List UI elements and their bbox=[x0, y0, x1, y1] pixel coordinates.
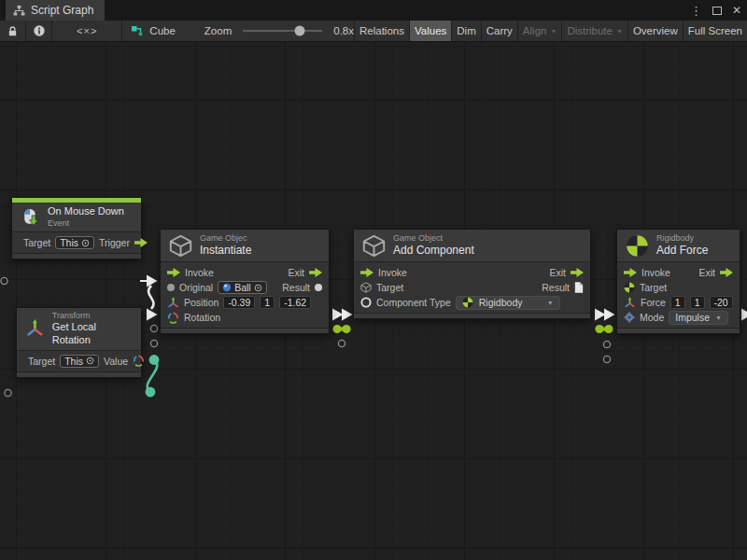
port-inst-original bbox=[150, 325, 157, 331]
target-picker-icon[interactable] bbox=[254, 284, 262, 292]
port-label-target: Target bbox=[23, 237, 50, 248]
port-label-invoke: Invoke bbox=[378, 267, 407, 278]
port-label-mode: Mode bbox=[640, 312, 664, 323]
trigger-out-port[interactable] bbox=[134, 238, 148, 247]
tab-title: Script Graph bbox=[31, 4, 93, 17]
port-addf-force bbox=[603, 341, 610, 347]
position-y-field[interactable]: 1 bbox=[260, 296, 275, 309]
invoke-in-port[interactable] bbox=[167, 268, 180, 277]
relations-button[interactable]: Relations bbox=[354, 21, 409, 41]
overview-button[interactable]: Overview bbox=[627, 21, 683, 41]
close-icon[interactable]: ✕ bbox=[732, 4, 741, 17]
force-x-field[interactable]: 1 bbox=[670, 296, 685, 309]
node-add-force[interactable]: Rigidbody Add Force Invoke Exit Target F… bbox=[616, 229, 740, 334]
lock-button[interactable] bbox=[0, 21, 26, 41]
node-title: Instantiate bbox=[200, 244, 251, 258]
align-button[interactable]: Align▼ bbox=[517, 21, 562, 41]
node-add-component[interactable]: Game Object Add Component Invoke Exit Ta… bbox=[353, 229, 591, 319]
values-button[interactable]: Values bbox=[409, 21, 451, 41]
port-glr-target bbox=[5, 389, 11, 396]
ball-icon bbox=[222, 283, 232, 292]
port-label-original: Original bbox=[179, 282, 213, 293]
node-title: Add Force bbox=[656, 244, 708, 258]
transform-icon bbox=[167, 297, 179, 309]
zoom-slider[interactable] bbox=[243, 30, 322, 32]
gameobject-icon bbox=[360, 282, 372, 293]
maximize-icon[interactable] bbox=[712, 7, 722, 15]
position-z-field[interactable]: -1.62 bbox=[279, 296, 311, 309]
port-addf-mode bbox=[603, 356, 610, 362]
port-label-force: Force bbox=[641, 297, 666, 308]
position-x-field[interactable]: -0.39 bbox=[223, 296, 255, 309]
node-subtitle: Event bbox=[48, 218, 124, 229]
carry-button[interactable]: Carry bbox=[481, 21, 517, 41]
port-label-component-type: Component Type bbox=[376, 297, 451, 308]
target-picker-icon[interactable] bbox=[86, 357, 94, 365]
more-icon[interactable]: ⋮ bbox=[690, 5, 702, 17]
original-field[interactable]: Ball bbox=[218, 281, 267, 294]
node-footer bbox=[12, 253, 141, 259]
port-label-result: Result bbox=[542, 282, 570, 293]
wire-exit-to-invoke-2[interactable] bbox=[595, 309, 615, 321]
graph-reference[interactable]: Cube bbox=[131, 24, 176, 37]
port-label-invoke: Invoke bbox=[185, 267, 214, 278]
rigidbody-icon bbox=[462, 297, 473, 308]
chevron-down-icon: ▼ bbox=[547, 300, 554, 306]
graph-toolbar: <×> Cube Zoom 0.8x Relations Values Dim … bbox=[0, 21, 747, 42]
target-field[interactable]: This bbox=[55, 236, 94, 249]
mode-dropdown[interactable]: Impulse ▼ bbox=[669, 311, 728, 325]
transform-icon bbox=[25, 318, 45, 339]
fullscreen-button[interactable]: Full Screen bbox=[683, 21, 747, 41]
distribute-button[interactable]: Distribute▼ bbox=[561, 21, 627, 41]
force-y-field[interactable]: 1 bbox=[690, 296, 705, 309]
document-icon[interactable] bbox=[574, 282, 584, 293]
wire-exit-to-invoke-1[interactable] bbox=[332, 309, 353, 321]
target-picker-icon[interactable] bbox=[81, 239, 90, 247]
port-label-target: Target bbox=[640, 282, 667, 293]
target-field[interactable]: This bbox=[60, 355, 99, 368]
info-button[interactable] bbox=[26, 21, 52, 41]
port-label-target: Target bbox=[28, 356, 55, 367]
rotation-icon bbox=[133, 355, 145, 367]
cube-wireframe-icon bbox=[362, 234, 386, 258]
node-instantiate[interactable]: Game Objec Instantiate Invoke Exit Origi… bbox=[160, 229, 330, 334]
code-toggle-button[interactable]: <×> bbox=[52, 21, 122, 41]
port-label-exit: Exit bbox=[549, 267, 566, 278]
node-footer bbox=[354, 313, 590, 318]
wire-exit-offscreen[interactable] bbox=[741, 309, 747, 321]
invoke-in-port[interactable] bbox=[624, 268, 637, 277]
invoke-in-port[interactable] bbox=[360, 268, 374, 277]
wire-trigger-to-invoke[interactable] bbox=[140, 275, 158, 321]
type-ring-icon bbox=[360, 297, 372, 308]
force-z-field[interactable]: -20 bbox=[710, 296, 733, 309]
port-label-position: Position bbox=[184, 297, 218, 308]
wire-value-to-rotation[interactable] bbox=[146, 355, 160, 397]
dim-button[interactable]: Dim bbox=[451, 21, 480, 41]
wire-result-to-target-2[interactable] bbox=[595, 325, 613, 333]
component-type-dropdown[interactable]: Rigidbody ▼ bbox=[456, 296, 560, 310]
result-out-port[interactable] bbox=[315, 284, 322, 291]
node-title: On Mouse Down bbox=[48, 205, 124, 218]
exit-out-port[interactable] bbox=[720, 268, 733, 277]
rotation-icon bbox=[167, 312, 179, 324]
node-title: Add Component bbox=[393, 244, 474, 258]
window-tab-bar: Script Graph ⋮ ✕ bbox=[0, 0, 747, 21]
port-omd-target bbox=[1, 277, 7, 284]
port-label-result: Result bbox=[282, 282, 310, 293]
graph-asset-icon bbox=[131, 24, 144, 37]
node-footer bbox=[17, 371, 141, 377]
exit-out-port[interactable] bbox=[309, 268, 322, 277]
node-get-local-rotation[interactable]: Transform Get Local Rotation Target This… bbox=[16, 307, 142, 378]
zoom-slider-knob[interactable] bbox=[295, 26, 305, 36]
wire-result-to-target-1[interactable] bbox=[332, 325, 350, 333]
port-label-rotation: Rotation bbox=[184, 312, 220, 323]
node-on-mouse-down[interactable]: On Mouse Down Event Target This Trigger bbox=[11, 197, 142, 259]
chevron-down-icon: ▼ bbox=[616, 28, 623, 35]
port-inst-position bbox=[150, 340, 157, 346]
port-label-invoke: Invoke bbox=[641, 267, 670, 278]
exit-out-port[interactable] bbox=[571, 268, 584, 277]
transform-icon bbox=[624, 297, 636, 309]
port-label-target: Target bbox=[376, 282, 403, 293]
port-addc-componenttype bbox=[338, 340, 345, 346]
tab-script-graph[interactable]: Script Graph bbox=[6, 0, 105, 21]
